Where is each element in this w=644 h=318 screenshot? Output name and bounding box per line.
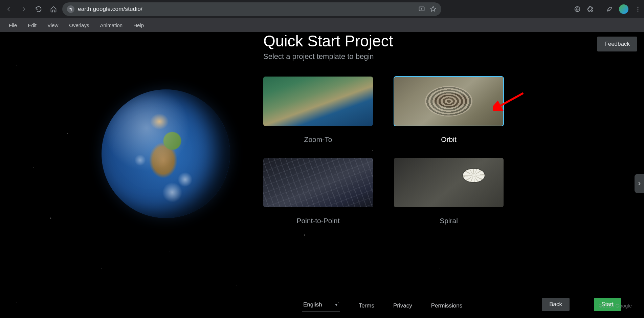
template-zoom-to-thumb: [263, 77, 373, 126]
template-spiral[interactable]: Spiral: [394, 158, 504, 225]
leaf-icon[interactable]: [606, 6, 613, 13]
template-label: Zoom-To: [263, 135, 373, 144]
browser-toolbar: earth.google.com/studio/: [0, 0, 644, 18]
menu-file[interactable]: File: [3, 18, 22, 32]
template-zoom-to[interactable]: Zoom-To: [263, 77, 373, 144]
quick-start-panel: Quick Start Project Select a project tem…: [263, 32, 527, 61]
svg-point-6: [638, 10, 639, 12]
earth-globe[interactable]: [102, 89, 230, 218]
kebab-menu-icon[interactable]: [635, 6, 641, 13]
forward-icon[interactable]: [18, 3, 30, 15]
back-button[interactable]: Back: [542, 298, 570, 311]
caret-down-icon: ▼: [334, 302, 338, 307]
template-ptp-thumb: [263, 158, 373, 207]
panel-title: Quick Start Project: [263, 32, 527, 50]
globe-icon[interactable]: [574, 6, 581, 13]
separator: [600, 5, 600, 13]
template-label: Orbit: [394, 135, 504, 144]
home-icon[interactable]: [47, 3, 60, 15]
back-icon[interactable]: [3, 3, 15, 15]
template-grid: Zoom-To Orbit Point-to-Point Spiral: [263, 77, 504, 225]
template-point-to-point[interactable]: Point-to-Point: [263, 158, 373, 225]
side-panel-toggle[interactable]: [635, 174, 644, 193]
extensions-icon[interactable]: [587, 6, 594, 13]
footer-link-permissions[interactable]: Permissions: [431, 302, 463, 309]
menu-animation[interactable]: Animation: [94, 18, 128, 32]
footer-link-terms[interactable]: Terms: [359, 302, 374, 309]
menu-help[interactable]: Help: [128, 18, 149, 32]
language-selector[interactable]: English ▼: [302, 299, 340, 312]
svg-point-0: [70, 8, 70, 9]
language-value: English: [303, 301, 322, 308]
copyright-text: ©2024 Google: [599, 303, 632, 309]
template-spiral-thumb: [394, 158, 504, 207]
panel-subtitle: Select a project template to begin: [263, 52, 527, 61]
feedback-button[interactable]: Feedback: [597, 37, 637, 51]
earth-viewport: Quick Start Project Select a project tem…: [0, 32, 644, 318]
svg-point-4: [638, 7, 639, 8]
url-text: earth.google.com/studio/: [78, 6, 142, 13]
profile-avatar[interactable]: [619, 4, 628, 14]
template-orbit[interactable]: Orbit: [394, 77, 504, 144]
svg-point-1: [71, 9, 72, 10]
template-label: Point-to-Point: [263, 217, 373, 225]
bookmark-star-icon[interactable]: [430, 6, 437, 13]
svg-point-5: [638, 9, 639, 10]
site-settings-icon[interactable]: [67, 5, 74, 13]
menu-edit[interactable]: Edit: [22, 18, 42, 32]
template-orbit-thumb: [394, 77, 504, 126]
reload-icon[interactable]: [32, 3, 45, 15]
address-bar[interactable]: earth.google.com/studio/: [62, 2, 441, 16]
footer-link-privacy[interactable]: Privacy: [393, 302, 412, 309]
menu-overlays[interactable]: Overlays: [64, 18, 94, 32]
menu-view[interactable]: View: [42, 18, 64, 32]
app-menubar: File Edit View Overlays Animation Help: [0, 18, 644, 32]
install-app-icon[interactable]: [418, 6, 425, 13]
footer: English ▼ Terms Privacy Permissions: [302, 299, 462, 312]
template-label: Spiral: [394, 217, 504, 225]
